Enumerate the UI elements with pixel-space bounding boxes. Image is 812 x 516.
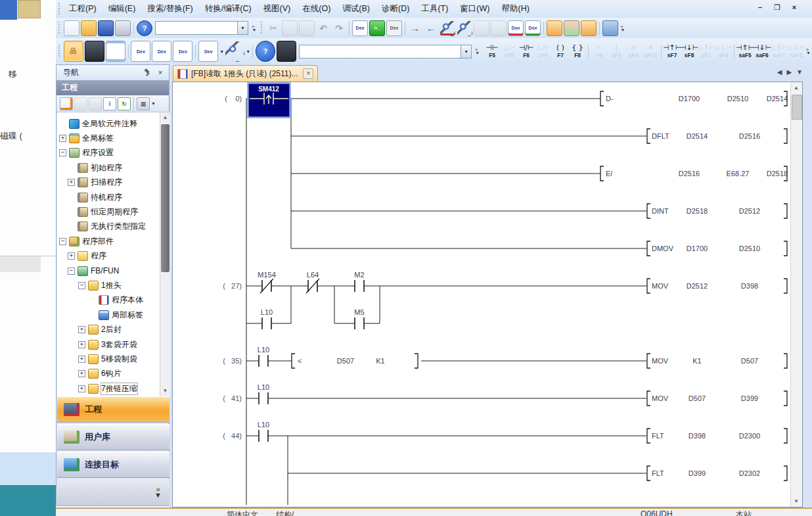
menu-item-3[interactable]: 转换/编译(C) — [199, 1, 258, 17]
device-comment-edit-button[interactable]: Dev — [131, 41, 150, 62]
navigator-more-button[interactable]: »▼ — [57, 479, 169, 505]
tree-item-14[interactable]: +2后封 — [57, 322, 160, 337]
device-display-off-button[interactable]: Dev — [525, 20, 541, 36]
ladder-symbol-f7-button[interactable]: ( )F7 — [552, 41, 569, 62]
device-display-on-button[interactable]: Dev — [508, 20, 524, 36]
quick-access-combo[interactable]: ▼ — [155, 21, 248, 35]
tree-item-4[interactable]: +扫描程序 — [57, 176, 160, 190]
scrollbar-thumb[interactable] — [792, 95, 802, 120]
ladder-symbol-cf9-button[interactable]: ✕cF9 — [625, 41, 642, 62]
toolbar-overflow-button[interactable]: »▼ — [474, 43, 481, 60]
tree-item-13[interactable]: 局部标签 — [57, 308, 160, 322]
tree-item-17[interactable]: +6钩片 — [57, 367, 160, 381]
function-block-selection-button[interactable] — [85, 41, 104, 62]
tree-item-1[interactable]: +全局标签 — [57, 131, 160, 145]
ladder-symbol-sf6-button[interactable]: ⊥/⊢sF6 — [535, 41, 552, 62]
menu-item-2[interactable]: 搜索/替换(F) — [141, 1, 198, 17]
help-button[interactable]: ? — [137, 20, 152, 36]
save-project-button[interactable] — [98, 20, 114, 36]
refresh-button[interactable]: ↻ — [118, 97, 131, 110]
chevron-down-icon[interactable]: ▼ — [461, 45, 471, 58]
open-project-button[interactable] — [81, 20, 97, 36]
tree-item-16[interactable]: +5移袋制袋 — [57, 352, 160, 366]
program-list-button[interactable] — [106, 41, 125, 62]
find-replace-button[interactable] — [225, 41, 244, 62]
tree-vertical-scrollbar[interactable]: ▲ ▼ — [160, 112, 170, 396]
tree-item-11[interactable]: −1推头 — [57, 278, 160, 293]
editor-vertical-scrollbar[interactable]: ▲ ▼ — [790, 82, 802, 507]
collapse-icon[interactable]: − — [59, 149, 66, 156]
chevron-down-icon[interactable]: ▼ — [151, 101, 156, 106]
ladder-editor[interactable]: SM412 ( 0) ( 27) ( 35) ( 41) ( 44) M154 … — [172, 82, 803, 507]
close-button[interactable]: × — [788, 2, 800, 12]
tree-item-10[interactable]: −FB/FUN — [57, 264, 160, 278]
paste-button[interactable] — [299, 20, 315, 36]
expand-icon[interactable]: + — [78, 356, 85, 363]
open-sampling-trace-button[interactable] — [564, 20, 579, 36]
cut-button[interactable]: ✂ — [266, 21, 281, 35]
open-instruction-help-button[interactable] — [547, 20, 562, 36]
ladder-symbol-af8-button[interactable]: ⊥↓⊢aF8 — [715, 41, 732, 62]
scrollbar-thumb[interactable] — [161, 124, 169, 272]
ladder-symbol-sf9-button[interactable]: │sF9 — [608, 41, 625, 62]
device-memory-edit-button[interactable]: Dev — [152, 41, 171, 62]
menu-item-5[interactable]: 在线(O) — [296, 1, 336, 17]
scroll-down-button[interactable]: ▼ — [160, 386, 170, 396]
ladder-symbol-f8-button[interactable]: { }F8 — [569, 41, 586, 62]
toolbar-overflow-button[interactable]: »▼ — [619, 20, 627, 37]
print-button[interactable] — [115, 20, 131, 36]
navigator-button-connection[interactable]: 连接目标 — [57, 452, 169, 478]
tab-scroll-right-button[interactable]: ▶ — [786, 68, 792, 76]
expand-icon[interactable]: + — [59, 135, 66, 142]
chevron-down-icon[interactable]: ▼ — [246, 49, 250, 54]
menu-item-7[interactable]: 诊断(D) — [376, 1, 415, 17]
collapse-icon[interactable]: − — [68, 268, 75, 275]
sort-filter-button[interactable]: ▦ — [137, 97, 150, 110]
copy-data-button[interactable] — [74, 97, 87, 110]
menu-item-10[interactable]: 帮助(H) — [495, 1, 535, 17]
device-watch-combo[interactable]: ▼ — [299, 45, 472, 59]
undo-button[interactable]: ↶ — [316, 21, 330, 35]
property-button[interactable]: i — [103, 97, 116, 110]
ladder-symbol-f6-button[interactable]: ⊣/⊢F6 — [518, 41, 535, 62]
tab-list-button[interactable]: ▼ — [796, 68, 803, 76]
scroll-down-button[interactable]: ▼ — [791, 496, 801, 507]
scroll-up-button[interactable]: ▲ — [791, 82, 801, 93]
ladder-symbol-sf7-button[interactable]: ⊣↑⊢sF7 — [664, 41, 681, 62]
cross-reference-button[interactable] — [277, 41, 296, 62]
expand-icon[interactable]: + — [78, 370, 85, 377]
navigation-window-toggle-button[interactable]: 品 — [64, 41, 83, 62]
tab-close-button[interactable]: × — [303, 68, 313, 79]
ladder-symbol-f9-button[interactable]: ─F9 — [591, 41, 608, 62]
tab-scroll-left-button[interactable]: ◀ — [777, 68, 782, 76]
device-comment-button[interactable]: Dev — [352, 20, 368, 36]
ladder-symbol-saf7-button[interactable]: ⊥⇑⊢saF7 — [771, 41, 788, 62]
tree-item-2[interactable]: −程序设置 — [57, 146, 160, 160]
monitor-mode-button[interactable]: >_ — [369, 20, 385, 36]
device-find-button[interactable] — [440, 20, 455, 36]
toolbar-overflow-button[interactable]: »▼ — [805, 43, 812, 60]
open-watch-window-button[interactable] — [581, 20, 597, 36]
monitor-write-mode-button[interactable]: Dev — [386, 20, 402, 36]
tree-item-18[interactable]: +7推链压缩 — [57, 381, 160, 396]
new-data-button[interactable] — [60, 97, 73, 110]
paste-data-button[interactable] — [89, 97, 102, 110]
ladder-symbol-af7-button[interactable]: ⊥↑⊢aF7 — [698, 41, 715, 62]
tree-item-0[interactable]: 全局软元件注释 — [57, 116, 160, 131]
verify-result-button[interactable] — [491, 20, 507, 36]
menu-item-4[interactable]: 视图(V) — [258, 1, 297, 17]
tree-item-15[interactable]: +3套袋开袋 — [57, 337, 160, 352]
ladder-symbol-f5-button[interactable]: ⊣⊢F5 — [484, 41, 501, 62]
expand-icon[interactable]: + — [78, 326, 85, 333]
ladder-symbol-saf5-button[interactable]: ⊣⇑⊢saF5 — [736, 41, 754, 62]
ladder-symbol-sf5-button[interactable]: ⊥⊢sF5 — [501, 41, 518, 62]
menu-item-8[interactable]: 工具(T) — [415, 1, 454, 17]
toolbar-gripper[interactable] — [58, 3, 61, 16]
tree-item-7[interactable]: 无执行类型指定 — [57, 220, 160, 234]
write-to-plc-button[interactable]: → — [408, 21, 422, 35]
toolbar-gripper[interactable] — [260, 22, 263, 35]
collapse-icon[interactable]: − — [78, 282, 85, 289]
pin-icon[interactable] — [143, 68, 152, 77]
toolbar-overflow-button[interactable]: »▼ — [250, 20, 258, 37]
tab-fb-ladder[interactable]: [FB]读取 1推头 (只读) (2511)... × — [173, 65, 318, 82]
